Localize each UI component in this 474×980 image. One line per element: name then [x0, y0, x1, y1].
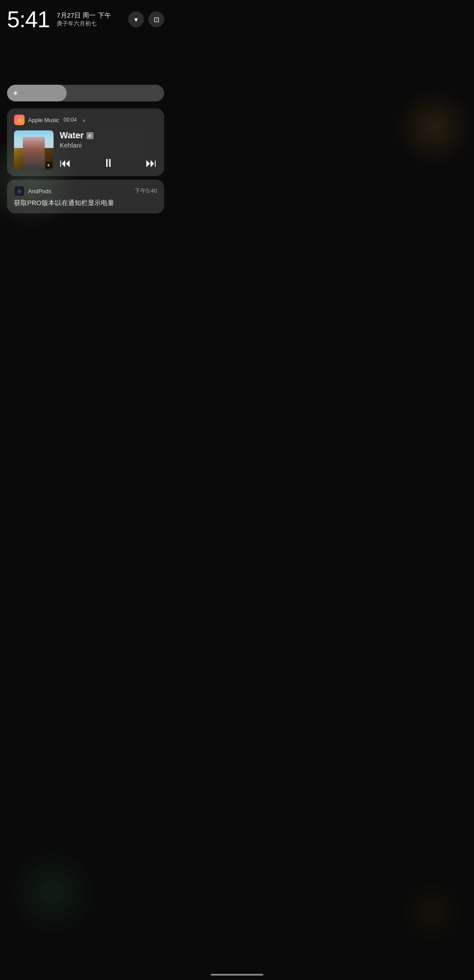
brightness-icon: ☀: [12, 89, 18, 97]
music-duration: 00:04: [64, 117, 77, 123]
date-row1: 7月27日 周一 下午: [57, 11, 128, 20]
status-bar: 5:41 7月27日 周一 下午 庚子年六月初七 ▾ ⊡: [0, 0, 171, 34]
explicit-icon: E: [86, 132, 93, 139]
andpods-app-icon: ◎: [14, 186, 25, 196]
music-content: E Water E Kehlani ⏮ ⏸ ⏭: [14, 130, 157, 170]
next-button[interactable]: ⏭: [146, 156, 157, 170]
brightness-slider[interactable]: ☀: [7, 85, 164, 101]
andpods-time: 下午5:40: [135, 187, 157, 195]
song-artist: Kehlani: [60, 141, 157, 149]
music-card-header: ♫ Apple Music 00:04 ▲: [14, 115, 157, 125]
cast-button[interactable]: ⊡: [148, 11, 164, 27]
album-art: E: [14, 130, 54, 170]
andpods-app-name: AndPods: [28, 188, 51, 195]
music-notification-card[interactable]: ♫ Apple Music 00:04 ▲ E Water E: [7, 108, 164, 176]
music-controls: ⏮ ⏸ ⏭: [60, 156, 157, 170]
brightness-control: ☀: [7, 85, 164, 101]
music-app-name: Apple Music: [28, 117, 59, 123]
cast-icon: ⊡: [154, 15, 159, 24]
date-row2: 庚子年六月初七: [57, 20, 128, 28]
song-title: Water: [60, 130, 84, 141]
andpods-left: ◎ AndPods: [14, 186, 51, 196]
notifications-list: ♫ Apple Music 00:04 ▲ E Water E: [7, 108, 164, 213]
prev-button[interactable]: ⏮: [60, 156, 71, 170]
time-display: 5:41: [7, 8, 50, 31]
music-info: Water E Kehlani ⏮ ⏸ ⏭: [60, 130, 157, 170]
status-icons: ▾ ⊡: [128, 11, 164, 27]
date-info: 7月27日 周一 下午 庚子年六月初七: [57, 11, 128, 28]
andpods-header: ◎ AndPods 下午5:40: [14, 186, 157, 196]
andpods-notification-card[interactable]: ◎ AndPods 下午5:40 获取PRO版本以在通知栏显示电量: [7, 180, 164, 213]
song-title-row: Water E: [60, 130, 157, 141]
music-expand-icon: ▲: [82, 118, 86, 122]
andpods-message: 获取PRO版本以在通知栏显示电量: [14, 199, 157, 207]
album-explicit-badge: E: [46, 162, 52, 168]
expand-button[interactable]: ▾: [128, 11, 144, 27]
pause-button[interactable]: ⏸: [103, 156, 114, 170]
apple-music-app-icon: ♫: [14, 115, 25, 125]
